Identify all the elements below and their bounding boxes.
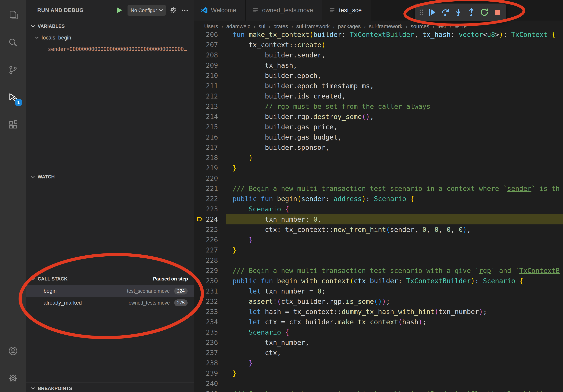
tab-owned-tests-move[interactable]: owned_tests.move bbox=[246, 0, 322, 21]
line-number: 229 bbox=[206, 267, 218, 274]
line-text: public fun begin_with_context(ctx_builde… bbox=[226, 276, 563, 286]
frame-file-name: test_scenario.move bbox=[127, 288, 174, 294]
call-stack-frame-begin[interactable]: begintest_scenario.move224 bbox=[26, 285, 194, 297]
step-out-button[interactable] bbox=[465, 5, 478, 19]
gutter-225[interactable]: 225 bbox=[194, 224, 226, 235]
gutter-212[interactable]: 212 bbox=[194, 91, 226, 101]
continue-button[interactable] bbox=[426, 5, 438, 19]
code-line-213: 213 // rgp must be set from the caller a… bbox=[194, 101, 563, 112]
gutter-218[interactable]: 218 bbox=[194, 153, 226, 163]
gutter-216[interactable]: 216 bbox=[194, 132, 226, 142]
restart-button[interactable] bbox=[478, 5, 491, 19]
line-text: public fun begin(sender: address): Scena… bbox=[226, 194, 563, 204]
line-text: ) bbox=[226, 153, 563, 163]
breadcrumb-item[interactable]: sui-framework bbox=[296, 24, 330, 30]
breadcrumb-item[interactable]: adamwelc bbox=[226, 24, 250, 30]
activity-item-search[interactable] bbox=[0, 29, 26, 56]
breadcrumb-item[interactable]: crates bbox=[274, 24, 288, 30]
line-text: builder.sender, bbox=[226, 50, 563, 60]
line-number: 225 bbox=[206, 226, 218, 234]
code-line-240: 240 bbox=[194, 378, 563, 389]
code-line-221: 221/// Begin a new multi-transaction tes… bbox=[194, 183, 563, 194]
toolbar-drag-handle[interactable] bbox=[417, 5, 425, 19]
gutter-233[interactable]: 233 bbox=[194, 307, 226, 317]
gutter-217[interactable]: 217 bbox=[194, 142, 226, 153]
gutter-228[interactable]: 228 bbox=[194, 255, 226, 265]
variable-sender[interactable]: sender = 0000000000000000000000000000000… bbox=[26, 43, 194, 55]
gutter-214[interactable]: 214 bbox=[194, 112, 226, 122]
gutter-229[interactable]: 229 bbox=[194, 265, 226, 276]
breadcrumb-file[interactable]: te bbox=[454, 24, 467, 30]
views-more-button[interactable] bbox=[181, 7, 189, 14]
gutter-237[interactable]: 237 bbox=[194, 348, 226, 358]
gutter-234[interactable]: 234 bbox=[194, 317, 226, 327]
breadcrumb-item[interactable]: packages bbox=[338, 24, 361, 30]
line-text: Scenario { bbox=[226, 327, 563, 337]
gutter-240[interactable]: 240 bbox=[194, 378, 226, 389]
activity-item-accounts[interactable] bbox=[0, 337, 26, 365]
step-into-button[interactable] bbox=[452, 5, 465, 19]
gutter-206[interactable]: 206 bbox=[194, 32, 226, 40]
gutter-220[interactable]: 220 bbox=[194, 173, 226, 183]
gutter-241[interactable]: 241 bbox=[194, 389, 226, 392]
gutter-230[interactable]: 230 bbox=[194, 276, 226, 286]
code-editor[interactable]: 206fun make_tx_context(builder: TxContex… bbox=[194, 32, 563, 392]
gutter-223[interactable]: 223 bbox=[194, 204, 226, 214]
debug-gear-button[interactable] bbox=[170, 7, 177, 14]
breakpoints-section-header[interactable]: BREAKPOINTS bbox=[26, 383, 194, 392]
line-number: 216 bbox=[206, 133, 218, 141]
breadcrumb-separator: › bbox=[449, 23, 451, 30]
breadcrumb-item[interactable]: sui bbox=[258, 24, 265, 30]
activity-item-run-and-debug[interactable]: 1 bbox=[0, 83, 26, 111]
code-line-232: 232 assert!(ctx_builder.rgp.is_some()); bbox=[194, 296, 563, 307]
gutter-215[interactable]: 215 bbox=[194, 122, 226, 132]
line-text: builder.ids_created, bbox=[226, 91, 563, 101]
breadcrumb-item[interactable]: sui-framework bbox=[369, 24, 402, 30]
gutter-235[interactable]: 235 bbox=[194, 327, 226, 337]
gutter-209[interactable]: 209 bbox=[194, 60, 226, 70]
breadcrumb-item[interactable]: Users bbox=[204, 24, 218, 30]
indent-guide bbox=[249, 348, 249, 358]
variables-section-header[interactable]: VARIABLES bbox=[26, 21, 194, 32]
variables-scope-locals[interactable]: locals: begin bbox=[26, 32, 194, 43]
gutter-236[interactable]: 236 bbox=[194, 337, 226, 348]
watch-section-header[interactable]: WATCH bbox=[26, 171, 194, 183]
tab-welcome[interactable]: Welcome bbox=[194, 0, 246, 21]
start-debugging-button[interactable] bbox=[115, 6, 124, 14]
call-stack-frame-already_marked[interactable]: already_markedowned_tests.move275 bbox=[26, 297, 194, 309]
gutter-221[interactable]: 221 bbox=[194, 183, 226, 194]
gutter-222[interactable]: 222 bbox=[194, 194, 226, 204]
indent-guide bbox=[249, 337, 249, 348]
gutter-210[interactable]: 210 bbox=[194, 70, 226, 81]
gutter-224[interactable]: 224 bbox=[194, 214, 226, 224]
gutter-231[interactable]: 231 bbox=[194, 286, 226, 296]
debug-config-dropdown[interactable]: No Configur bbox=[128, 5, 166, 16]
gutter-239[interactable]: 239 bbox=[194, 368, 226, 378]
breadcrumb-item[interactable]: sources bbox=[410, 24, 429, 30]
call-stack-section-header[interactable]: CALL STACK Paused on step bbox=[26, 273, 194, 285]
stop-button[interactable] bbox=[491, 5, 504, 19]
step-over-button[interactable] bbox=[439, 5, 451, 19]
line-text: builder.rgp.destroy_some(), bbox=[226, 112, 563, 122]
gutter-238[interactable]: 238 bbox=[194, 358, 226, 368]
gutter-207[interactable]: 207 bbox=[194, 40, 226, 50]
tab-test-sce[interactable]: test_sce bbox=[322, 0, 371, 21]
code-line-216: 216 builder.gas_budget, bbox=[194, 132, 563, 142]
activity-item-source-control[interactable] bbox=[0, 56, 26, 83]
gutter-219[interactable]: 219 bbox=[194, 163, 226, 173]
breadcrumb-item[interactable]: test bbox=[437, 24, 446, 30]
activity-item-explorer[interactable] bbox=[0, 1, 26, 29]
indent-guide bbox=[249, 132, 249, 142]
activity-item-extensions[interactable] bbox=[0, 111, 26, 138]
activity-item-settings[interactable] bbox=[0, 365, 26, 392]
gutter-211[interactable]: 211 bbox=[194, 81, 226, 91]
gutter-213[interactable]: 213 bbox=[194, 101, 226, 112]
gutter-208[interactable]: 208 bbox=[194, 50, 226, 60]
gutter-232[interactable]: 232 bbox=[194, 296, 226, 307]
line-text: } bbox=[226, 163, 563, 173]
gutter-227[interactable]: 227 bbox=[194, 245, 226, 255]
line-text: txn_number, bbox=[226, 337, 563, 348]
move-file-icon bbox=[329, 7, 336, 14]
gutter-226[interactable]: 226 bbox=[194, 235, 226, 245]
editor-tabs: Welcomeowned_tests.movetest_sce bbox=[194, 0, 371, 21]
